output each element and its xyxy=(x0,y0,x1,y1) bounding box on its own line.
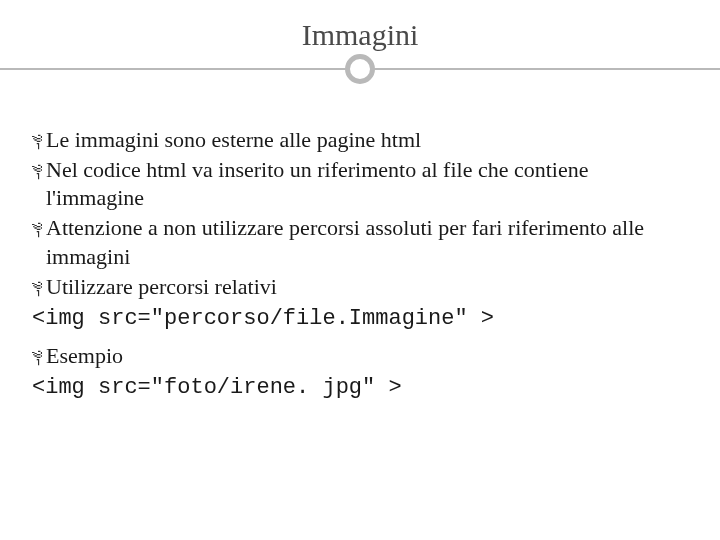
slide-body: ༆ Le immagini sono esterne alle pagine h… xyxy=(30,126,690,402)
code-line: <img src="percorso/file.Immagine" > xyxy=(32,305,688,334)
slide: Immagini ༆ Le immagini sono esterne alle… xyxy=(0,0,720,540)
title-area: Immagini xyxy=(30,18,690,86)
bullet-item: ༆ Le immagini sono esterne alle pagine h… xyxy=(32,126,688,154)
bullet-icon: ༆ xyxy=(32,275,42,301)
bullet-icon: ༆ xyxy=(32,158,42,184)
bullet-item: ༆ Utilizzare percorsi relativi xyxy=(32,273,688,301)
bullet-text: Attenzione a non utilizzare percorsi ass… xyxy=(46,214,688,270)
bullet-text: Utilizzare percorsi relativi xyxy=(46,273,688,301)
bullet-text: Esempio xyxy=(46,342,688,370)
bullet-text: Le immagini sono esterne alle pagine htm… xyxy=(46,126,688,154)
bullet-icon: ༆ xyxy=(32,128,42,154)
title-divider xyxy=(30,54,690,86)
slide-title: Immagini xyxy=(302,18,419,58)
bullet-item: ༆ Esempio xyxy=(32,342,688,370)
bullet-item: ༆ Nel codice html va inserito un riferim… xyxy=(32,156,688,212)
bullet-icon: ༆ xyxy=(32,344,42,370)
bullet-text: Nel codice html va inserito un riferimen… xyxy=(46,156,688,212)
divider-ring-icon xyxy=(345,54,375,84)
code-line: <img src="foto/irene. jpg" > xyxy=(32,374,688,403)
bullet-item: ༆ Attenzione a non utilizzare percorsi a… xyxy=(32,214,688,270)
bullet-icon: ༆ xyxy=(32,216,42,242)
